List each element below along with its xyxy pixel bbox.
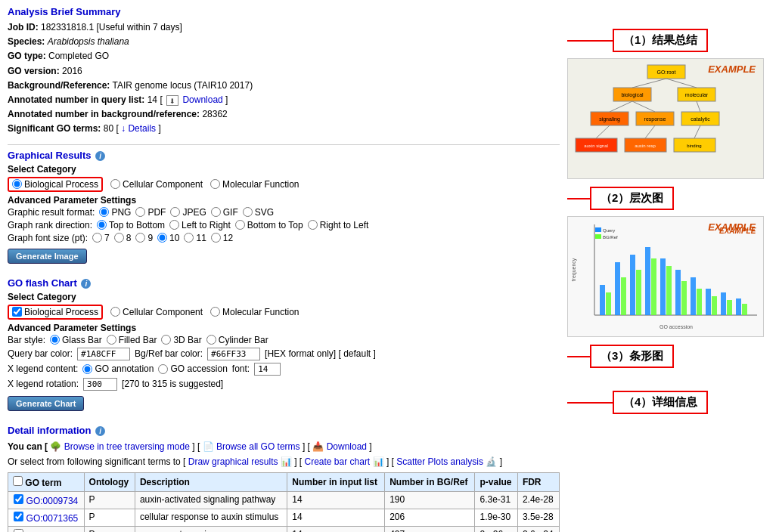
svg-text:GO accession: GO accession bbox=[660, 324, 693, 329]
summary-title: Analysis Brief Summary bbox=[8, 6, 560, 17]
row-checkbox-cell[interactable]: GO:0009734 bbox=[8, 492, 85, 509]
bar-cylinder[interactable]: Cylinder Bar bbox=[206, 335, 268, 345]
flash-radio-cellular-input[interactable] bbox=[110, 307, 120, 317]
bar-3d[interactable]: 3D Bar bbox=[161, 335, 201, 345]
row-checkbox-cell[interactable]: GO:0009733 bbox=[8, 527, 85, 532]
svg-rect-45 bbox=[691, 277, 696, 315]
draw-link[interactable]: Draw graphical results bbox=[188, 456, 278, 467]
font-label: font: bbox=[232, 363, 250, 374]
browse-tree-icon: 🌳 bbox=[50, 441, 61, 452]
download-link-query[interactable]: Download bbox=[182, 94, 222, 105]
chart-icon-inline: 📊 bbox=[281, 456, 292, 467]
font-value[interactable]: 14 bbox=[254, 363, 281, 376]
details-link[interactable]: Details bbox=[128, 123, 156, 134]
generate-chart-button[interactable]: Generate Chart bbox=[8, 396, 84, 411]
hex-note: [HEX format only] [ default ] bbox=[265, 348, 376, 359]
format-pdf[interactable]: PDF bbox=[135, 207, 166, 218]
svg-rect-43 bbox=[675, 270, 681, 315]
svg-text:auxin signal: auxin signal bbox=[584, 144, 608, 148]
dir-rtl[interactable]: Right to Left bbox=[308, 220, 369, 230]
flash-section: GO flash Chart i Select Category Biologi… bbox=[8, 277, 560, 417]
job-id-value: 182331818.1 [Useful within 7 days] bbox=[41, 22, 182, 32]
select-all-checkbox[interactable] bbox=[13, 476, 23, 486]
fs-9[interactable]: 9 bbox=[135, 233, 153, 243]
fs-12[interactable]: 12 bbox=[211, 233, 233, 243]
table-row: GO:0071365Pcellular response to auxin st… bbox=[8, 509, 560, 527]
bar-chart-icon-inline: 📊 bbox=[373, 456, 384, 467]
row-checkbox[interactable] bbox=[14, 512, 23, 521]
query-color-input[interactable]: #1A8CFF bbox=[77, 348, 130, 360]
dir-btt[interactable]: Bottom to Top bbox=[235, 220, 303, 230]
divider1 bbox=[8, 144, 560, 145]
col-checkbox[interactable]: GO term bbox=[8, 473, 85, 492]
bg-color-input[interactable]: #66FF33 bbox=[207, 348, 260, 360]
dir-ttb[interactable]: Top to Bottom bbox=[97, 220, 165, 230]
callout-2-group: （2）层次图 bbox=[567, 187, 771, 210]
col-goterm-header: GO term bbox=[25, 478, 61, 488]
dir-ltr[interactable]: Left to Right bbox=[169, 220, 231, 230]
graphical-info-icon[interactable]: i bbox=[95, 151, 105, 161]
download-detail-link[interactable]: Download bbox=[327, 441, 367, 452]
flash-check-bio[interactable] bbox=[12, 307, 22, 317]
format-png[interactable]: PNG bbox=[99, 207, 131, 218]
direction-row: Graph rank direction: Top to Bottom Left… bbox=[8, 220, 560, 230]
graphical-category-group: Biological Process Cellular Component Mo… bbox=[8, 177, 560, 192]
svg-rect-40 bbox=[651, 258, 656, 315]
flash-molecular-label: Molecular Function bbox=[222, 307, 299, 317]
x-rotation-input[interactable]: 300 bbox=[83, 378, 117, 391]
svg-rect-33 bbox=[600, 285, 605, 315]
svg-rect-44 bbox=[681, 281, 687, 315]
go-term-link[interactable]: GO:0071365 bbox=[26, 513, 79, 524]
detail-info-icon[interactable]: i bbox=[95, 426, 105, 436]
fs-10[interactable]: 10 bbox=[157, 233, 179, 243]
bar-filled[interactable]: Filled Bar bbox=[107, 335, 157, 345]
bar-chart-link[interactable]: Create bar chart bbox=[305, 456, 371, 467]
row-checkbox-cell[interactable]: GO:0071365 bbox=[8, 509, 85, 527]
legend-go-annotation[interactable]: GO annotation bbox=[82, 363, 154, 374]
callout-3-group: （3）条形图 bbox=[567, 345, 771, 368]
flash-radio-bio[interactable]: Biological Process bbox=[8, 305, 103, 320]
radio-biological-process[interactable]: Biological Process bbox=[8, 177, 103, 192]
radio-molecular-input[interactable] bbox=[210, 179, 220, 189]
radio-bio-input[interactable] bbox=[12, 179, 22, 189]
go-term-link[interactable]: GO:0009734 bbox=[26, 496, 79, 506]
flash-radio-molecular[interactable]: Molecular Function bbox=[210, 307, 299, 317]
table-cell-0: P bbox=[84, 492, 135, 509]
svg-rect-53 bbox=[595, 227, 601, 232]
svg-text:GO:root: GO:root bbox=[657, 70, 676, 75]
table-cell-0: P bbox=[84, 527, 135, 532]
scatter-link[interactable]: Scatter Plots analysis bbox=[396, 456, 483, 467]
fs-7[interactable]: 7 bbox=[92, 233, 110, 243]
row-checkbox[interactable] bbox=[14, 494, 23, 504]
flash-radio-cellular[interactable]: Cellular Component bbox=[110, 307, 203, 317]
flash-radio-molecular-input[interactable] bbox=[210, 307, 220, 317]
radio-cellular-input[interactable] bbox=[110, 179, 120, 189]
table-cell-2: 14 bbox=[287, 527, 385, 532]
browse-tree-link[interactable]: Browse in tree traversing mode bbox=[64, 441, 190, 452]
table-cell-1: cellular response to auxin stimulus bbox=[135, 509, 287, 527]
significant-value: 80 bbox=[104, 123, 113, 134]
radio-molecular-function[interactable]: Molecular Function bbox=[210, 179, 299, 190]
format-jpeg[interactable]: JPEG bbox=[170, 207, 206, 218]
browse-all-icon: 📄 bbox=[203, 441, 214, 452]
hierarchy-example-label: EXAMPLE bbox=[708, 63, 756, 75]
fs-11[interactable]: 11 bbox=[184, 233, 206, 243]
flash-info-icon[interactable]: i bbox=[81, 279, 91, 289]
format-gif[interactable]: GIF bbox=[211, 207, 238, 218]
legend-go-accession[interactable]: GO accession bbox=[158, 363, 227, 374]
svg-text:BG/Ref: BG/Ref bbox=[603, 235, 618, 240]
job-id-label: Job ID: bbox=[8, 22, 39, 32]
fontsize-row: Graph font size (pt): 7 8 9 10 11 12 bbox=[8, 233, 560, 243]
generate-image-button[interactable]: Generate Image bbox=[8, 249, 87, 264]
format-row: Graphic result format: PNG PDF JPEG GIF … bbox=[8, 207, 560, 218]
radio-cellular-component[interactable]: Cellular Component bbox=[110, 179, 203, 190]
col-input-header: Number in input list bbox=[287, 473, 385, 492]
fs-8[interactable]: 8 bbox=[114, 233, 132, 243]
format-svg[interactable]: SVG bbox=[243, 207, 274, 218]
row-checkbox[interactable] bbox=[14, 529, 23, 532]
browse-all-link[interactable]: Browse all GO terms bbox=[216, 441, 300, 452]
graphical-title: Graphical Results i bbox=[8, 150, 560, 161]
callout-1-line bbox=[567, 40, 613, 42]
bar-glass[interactable]: Glass Bar bbox=[50, 335, 102, 345]
cellular-label: Cellular Component bbox=[123, 179, 203, 190]
